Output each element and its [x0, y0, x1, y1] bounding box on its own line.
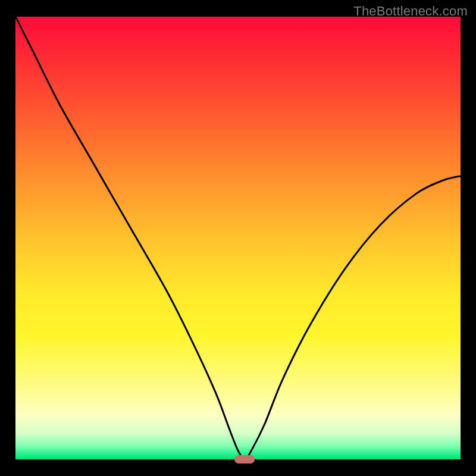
plot-area [15, 17, 461, 459]
bottleneck-curve-line [15, 17, 461, 459]
optimal-point-marker [234, 455, 255, 464]
chart-frame: TheBottleneck.com [0, 0, 476, 476]
